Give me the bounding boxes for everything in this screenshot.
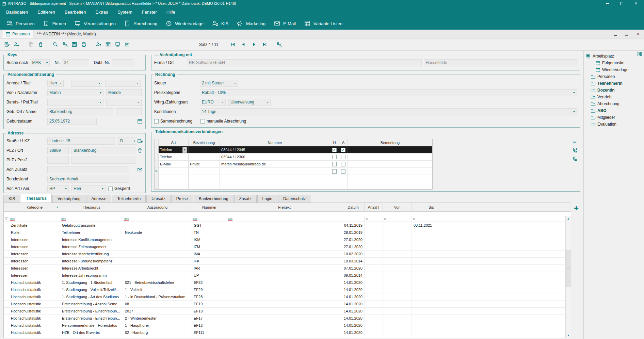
tab-verknuepfung[interactable]: Verknüpfung [52, 195, 85, 203]
search-button[interactable] [51, 40, 60, 49]
contact-cards-button[interactable] [123, 40, 131, 49]
telekom-a-checkbox[interactable] [341, 148, 345, 152]
telekom-h-checkbox[interactable] [332, 169, 337, 174]
menu-fenster[interactable]: Fenster [137, 7, 162, 17]
filter-nummer[interactable]: abc [192, 216, 227, 222]
tab-datenschutz[interactable]: Datenschutz [278, 195, 311, 203]
filter-funnel[interactable] [4, 216, 9, 222]
toolbar-abrechnung[interactable]: Abrechnung [120, 17, 161, 30]
sidebar-item-vertrieb[interactable]: Vertrieb [584, 94, 644, 100]
tab-zusatz[interactable]: Zusatz [234, 195, 257, 203]
delete-record-button[interactable] [36, 40, 45, 49]
preiskategorie-select[interactable]: Rabatt - 10%▼ [200, 89, 577, 96]
table-button[interactable] [104, 40, 112, 49]
vertical-scrollbar[interactable]: ▲ ≡ ▼ [565, 216, 571, 338]
maximize-button[interactable] [615, 0, 628, 6]
tab-preise[interactable]: Preise [171, 195, 193, 203]
strasse-field[interactable]: Lindestr. 15 [47, 138, 115, 145]
suche-nach-select[interactable]: MAK▼ [30, 59, 50, 66]
last-record-button[interactable] [260, 40, 269, 49]
thesaurus-row[interactable]: RolleTeilnehmerNeukundeTN28.01.2019 [4, 229, 571, 236]
scrollbar-thumb[interactable]: ≡ [566, 250, 570, 287]
tab-adresse[interactable]: Adresse [86, 195, 111, 203]
doc-restore-button[interactable] [625, 31, 628, 37]
menu-system[interactable]: System [113, 7, 137, 17]
col-nummer[interactable]: Nummer [192, 203, 227, 211]
sidebar-item-wiedervorlage[interactable]: Wiedervorlage [584, 66, 644, 73]
thesaurus-row[interactable]: InteressenInteresse JahresprogrammUP09.0… [4, 272, 571, 279]
doc-minimize-button[interactable] [614, 31, 617, 37]
telekom-a-checkbox[interactable] [341, 162, 345, 166]
edit-record-button[interactable] [3, 40, 11, 49]
col-von[interactable]: Von [383, 203, 412, 211]
tab-bankverbindung[interactable]: Bankverbindung [194, 195, 234, 203]
adressart-select[interactable]: HP▼ [47, 185, 69, 192]
sidebar-item-mitglieder[interactable]: Mitglieder [584, 114, 644, 121]
menu-hilfe[interactable]: Hilfe [162, 7, 180, 17]
remove-row-icon[interactable] [572, 140, 577, 145]
telekom-col-bemerkung[interactable]: Bemerkung [348, 139, 432, 146]
steuer-select[interactable]: 2 mit Steuer▼ [200, 80, 238, 87]
toolbar-veranstaltungen[interactable]: Veranstaltungen [70, 17, 120, 30]
firma-field[interactable]: RR Software GmbH [187, 59, 422, 66]
titel-select[interactable]: ▼ [71, 80, 102, 87]
firma-ort-field[interactable]: Hasselfelde [424, 59, 577, 66]
telekom-row[interactable]: Telefon▼03944 / 12345 [155, 146, 432, 154]
save-button[interactable] [70, 40, 79, 49]
add-address-button[interactable] [137, 138, 143, 144]
col-anzahl[interactable]: Anzahl [365, 203, 383, 211]
sidebar-item-abrechnung[interactable]: Abrechnung [584, 100, 644, 107]
toolbar-marketing[interactable]: Marketing [232, 17, 270, 30]
filter-kategorie[interactable]: abc [9, 216, 60, 222]
titel2-select[interactable]: ▼ [105, 80, 141, 87]
toolbar-wiedervorlage[interactable]: Wiedervorlage [161, 17, 208, 30]
col-kategorie[interactable]: Kategorie▼ [9, 203, 60, 211]
filter-von[interactable]: = [383, 216, 412, 222]
tab-login[interactable]: Login [257, 195, 277, 203]
pol-titel-select[interactable]: ▼ [106, 99, 142, 106]
thesaurus-row[interactable]: HochschulstatistikErsteinschreibung - Ei… [4, 315, 571, 322]
filter-anzahl[interactable]: = [365, 216, 383, 222]
berufstitel-select[interactable]: ▼ [47, 99, 103, 106]
thesaurus-row[interactable]: InteressenInteresse ArbeitsrechtIAR07.01… [4, 265, 571, 272]
previous-record-button[interactable] [239, 40, 248, 49]
telekom-row[interactable] [155, 182, 432, 189]
gesperrt-checkbox[interactable] [108, 187, 113, 191]
sidebar-item-personen[interactable]: Personen [584, 73, 644, 80]
thesaurus-row[interactable]: Hochschulstatistik1. Studiengang - 1.Stu… [4, 279, 571, 286]
search-person-button[interactable] [61, 40, 69, 49]
telekom-h-checkbox[interactable] [332, 162, 337, 166]
thesaurus-row[interactable]: HochschulstatistikErsteinschreibung - Ei… [4, 308, 571, 315]
print-button[interactable] [80, 40, 88, 49]
vorname-field[interactable]: Martin▼ [47, 89, 103, 96]
doc-tab-personen[interactable]: Personen [2, 30, 33, 38]
col-freitext[interactable]: Freitext [227, 203, 342, 211]
geburtsname-field[interactable] [116, 108, 142, 115]
ort-field[interactable]: Blankenburg [71, 147, 136, 154]
telekom-row[interactable]: E-MailPrivatmartin.mende@antrago.de [155, 161, 432, 168]
dubl-nr-field[interactable] [112, 59, 133, 66]
add-record-button[interactable] [12, 40, 21, 49]
filter-freitext[interactable]: abc [227, 216, 342, 222]
telekom-art-dropdown[interactable]: ▼ [182, 147, 187, 153]
filter-thesaurus[interactable]: abc [60, 216, 123, 222]
tab-teilnehmerin[interactable]: TeilnehmerIn [112, 195, 146, 203]
menu-extras[interactable]: Extras [91, 7, 113, 17]
telekom-row[interactable]: ✎ [155, 168, 432, 175]
telekom-col-bezeichnung[interactable]: Bezeichnung [189, 139, 220, 146]
filter-auspraegung[interactable]: abc [123, 216, 192, 222]
col-datum[interactable]: Datum [342, 203, 365, 211]
thesaurus-row[interactable]: InteressenInteresse FührungskompetenzIFK… [4, 258, 571, 265]
manuelle-abrechnung-checkbox[interactable] [200, 119, 205, 124]
nachname-field[interactable]: Mende [106, 89, 142, 96]
dock-panel-button[interactable] [637, 52, 642, 58]
thesaurus-row[interactable]: Hochschulstatistik1. Studiengang - Vollz… [4, 286, 571, 293]
export-person-button[interactable] [94, 40, 103, 49]
menu-basisdaten[interactable]: Basisdaten [1, 7, 33, 17]
validate-address-button[interactable] [137, 167, 143, 172]
sammelrechnung-checkbox[interactable] [154, 119, 159, 124]
col-auspraegung[interactable]: Ausprägung [123, 203, 192, 211]
sidebar-item-arbeitsplatz[interactable]: Arbeitsplatz [584, 53, 644, 60]
anrede-select[interactable]: Herr▼ [47, 80, 64, 87]
anrede-adresse-select[interactable]: Herr▼ [71, 185, 106, 192]
